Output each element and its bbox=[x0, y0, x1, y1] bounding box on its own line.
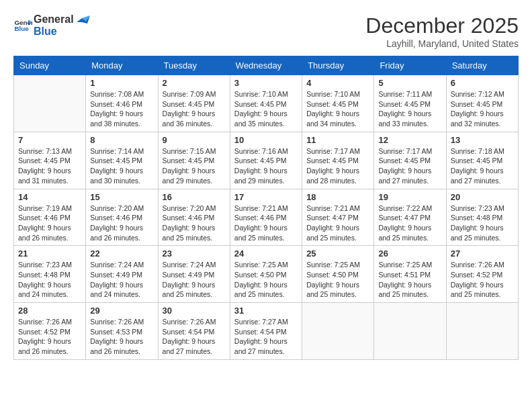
calendar-cell: 26Sunrise: 7:25 AMSunset: 4:51 PMDayligh… bbox=[374, 246, 446, 303]
day-info: Sunrise: 7:17 AMSunset: 4:45 PMDaylight:… bbox=[306, 146, 369, 186]
calendar-cell: 27Sunrise: 7:26 AMSunset: 4:52 PMDayligh… bbox=[446, 246, 518, 303]
calendar-cell: 3Sunrise: 7:10 AMSunset: 4:45 PMDaylight… bbox=[230, 75, 302, 132]
day-info: Sunrise: 7:10 AMSunset: 4:45 PMDaylight:… bbox=[234, 89, 298, 129]
day-info: Sunrise: 7:17 AMSunset: 4:45 PMDaylight:… bbox=[378, 146, 441, 186]
calendar-cell: 17Sunrise: 7:21 AMSunset: 4:46 PMDayligh… bbox=[230, 189, 302, 246]
calendar-cell: 4Sunrise: 7:10 AMSunset: 4:45 PMDaylight… bbox=[302, 75, 374, 132]
calendar-table: SundayMondayTuesdayWednesdayThursdayFrid… bbox=[13, 56, 519, 360]
day-info: Sunrise: 7:24 AMSunset: 4:49 PMDaylight:… bbox=[90, 260, 153, 300]
calendar-week-1: 7Sunrise: 7:13 AMSunset: 4:45 PMDaylight… bbox=[14, 132, 519, 189]
calendar-week-4: 28Sunrise: 7:26 AMSunset: 4:52 PMDayligh… bbox=[14, 303, 519, 360]
day-header-sunday: Sunday bbox=[14, 56, 86, 75]
calendar-cell: 14Sunrise: 7:19 AMSunset: 4:46 PMDayligh… bbox=[14, 189, 86, 246]
day-header-wednesday: Wednesday bbox=[230, 56, 302, 75]
day-number: 27 bbox=[451, 248, 514, 259]
day-info: Sunrise: 7:21 AMSunset: 4:47 PMDaylight:… bbox=[306, 203, 369, 243]
calendar-cell: 7Sunrise: 7:13 AMSunset: 4:45 PMDaylight… bbox=[14, 132, 86, 189]
day-header-monday: Monday bbox=[86, 56, 158, 75]
calendar-cell: 6Sunrise: 7:12 AMSunset: 4:45 PMDaylight… bbox=[446, 75, 518, 132]
calendar-cell: 15Sunrise: 7:20 AMSunset: 4:46 PMDayligh… bbox=[86, 189, 158, 246]
day-info: Sunrise: 7:22 AMSunset: 4:47 PMDaylight:… bbox=[378, 203, 441, 243]
calendar-cell bbox=[446, 303, 518, 360]
calendar-cell: 19Sunrise: 7:22 AMSunset: 4:47 PMDayligh… bbox=[374, 189, 446, 246]
day-number: 25 bbox=[306, 248, 369, 259]
day-info: Sunrise: 7:26 AMSunset: 4:52 PMDaylight:… bbox=[18, 317, 81, 357]
day-number: 17 bbox=[234, 192, 298, 202]
days-header-row: SundayMondayTuesdayWednesdayThursdayFrid… bbox=[14, 56, 519, 75]
calendar-cell: 8Sunrise: 7:14 AMSunset: 4:45 PMDaylight… bbox=[86, 132, 158, 189]
day-number: 20 bbox=[451, 192, 514, 202]
day-number: 7 bbox=[18, 135, 81, 145]
day-number: 15 bbox=[90, 192, 153, 202]
day-number: 4 bbox=[306, 78, 369, 88]
day-info: Sunrise: 7:20 AMSunset: 4:46 PMDaylight:… bbox=[90, 203, 153, 243]
calendar-cell bbox=[374, 303, 446, 360]
day-number: 21 bbox=[18, 248, 81, 259]
day-number: 3 bbox=[234, 78, 298, 88]
day-number: 22 bbox=[90, 248, 153, 259]
day-info: Sunrise: 7:25 AMSunset: 4:50 PMDaylight:… bbox=[306, 260, 369, 300]
calendar-week-3: 21Sunrise: 7:23 AMSunset: 4:48 PMDayligh… bbox=[14, 246, 519, 303]
day-info: Sunrise: 7:25 AMSunset: 4:51 PMDaylight:… bbox=[378, 260, 441, 300]
calendar-cell: 31Sunrise: 7:27 AMSunset: 4:54 PMDayligh… bbox=[230, 303, 302, 360]
day-info: Sunrise: 7:16 AMSunset: 4:45 PMDaylight:… bbox=[234, 146, 298, 186]
logo-line1: General bbox=[34, 13, 74, 26]
day-number: 2 bbox=[163, 78, 226, 88]
day-info: Sunrise: 7:18 AMSunset: 4:45 PMDaylight:… bbox=[451, 146, 514, 186]
calendar-cell: 2Sunrise: 7:09 AMSunset: 4:45 PMDaylight… bbox=[158, 75, 230, 132]
logo: General Blue General Blue bbox=[13, 13, 90, 37]
day-number: 14 bbox=[18, 192, 81, 202]
calendar-cell: 23Sunrise: 7:24 AMSunset: 4:49 PMDayligh… bbox=[158, 246, 230, 303]
title-block: December 2025 Layhill, Maryland, United … bbox=[365, 13, 519, 49]
day-number: 28 bbox=[18, 306, 81, 316]
day-header-friday: Friday bbox=[374, 56, 446, 75]
day-info: Sunrise: 7:26 AMSunset: 4:52 PMDaylight:… bbox=[451, 260, 514, 300]
day-number: 5 bbox=[378, 78, 441, 88]
day-number: 23 bbox=[163, 248, 226, 259]
calendar-cell: 25Sunrise: 7:25 AMSunset: 4:50 PMDayligh… bbox=[302, 246, 374, 303]
calendar-cell: 28Sunrise: 7:26 AMSunset: 4:52 PMDayligh… bbox=[14, 303, 86, 360]
calendar-cell: 20Sunrise: 7:23 AMSunset: 4:48 PMDayligh… bbox=[446, 189, 518, 246]
location: Layhill, Maryland, United States bbox=[365, 38, 519, 49]
day-info: Sunrise: 7:20 AMSunset: 4:46 PMDaylight:… bbox=[163, 203, 226, 243]
calendar-cell: 5Sunrise: 7:11 AMSunset: 4:45 PMDaylight… bbox=[374, 75, 446, 132]
day-header-thursday: Thursday bbox=[302, 56, 374, 75]
day-info: Sunrise: 7:09 AMSunset: 4:45 PMDaylight:… bbox=[163, 89, 226, 129]
day-number: 19 bbox=[378, 192, 441, 202]
day-info: Sunrise: 7:26 AMSunset: 4:54 PMDaylight:… bbox=[163, 317, 226, 357]
calendar-cell: 21Sunrise: 7:23 AMSunset: 4:48 PMDayligh… bbox=[14, 246, 86, 303]
calendar-cell: 16Sunrise: 7:20 AMSunset: 4:46 PMDayligh… bbox=[158, 189, 230, 246]
day-number: 10 bbox=[234, 135, 298, 145]
day-number: 26 bbox=[378, 248, 441, 259]
day-info: Sunrise: 7:12 AMSunset: 4:45 PMDaylight:… bbox=[451, 89, 514, 129]
calendar-cell bbox=[14, 75, 86, 132]
logo-icon: General Blue bbox=[13, 16, 32, 35]
calendar-cell: 24Sunrise: 7:25 AMSunset: 4:50 PMDayligh… bbox=[230, 246, 302, 303]
day-info: Sunrise: 7:27 AMSunset: 4:54 PMDaylight:… bbox=[234, 317, 298, 357]
calendar-cell: 1Sunrise: 7:08 AMSunset: 4:46 PMDaylight… bbox=[86, 75, 158, 132]
day-number: 30 bbox=[163, 306, 226, 316]
calendar-cell: 13Sunrise: 7:18 AMSunset: 4:45 PMDayligh… bbox=[446, 132, 518, 189]
calendar-cell: 18Sunrise: 7:21 AMSunset: 4:47 PMDayligh… bbox=[302, 189, 374, 246]
day-number: 24 bbox=[234, 248, 298, 259]
day-header-saturday: Saturday bbox=[446, 56, 518, 75]
day-info: Sunrise: 7:25 AMSunset: 4:50 PMDaylight:… bbox=[234, 260, 298, 300]
day-info: Sunrise: 7:10 AMSunset: 4:45 PMDaylight:… bbox=[306, 89, 369, 129]
page-header: General Blue General Blue December 2025 … bbox=[13, 13, 519, 49]
calendar-cell: 11Sunrise: 7:17 AMSunset: 4:45 PMDayligh… bbox=[302, 132, 374, 189]
day-number: 12 bbox=[378, 135, 441, 145]
day-info: Sunrise: 7:08 AMSunset: 4:46 PMDaylight:… bbox=[90, 89, 153, 129]
day-number: 1 bbox=[90, 78, 153, 88]
calendar-cell bbox=[302, 303, 374, 360]
day-header-tuesday: Tuesday bbox=[158, 56, 230, 75]
calendar-cell: 29Sunrise: 7:26 AMSunset: 4:53 PMDayligh… bbox=[86, 303, 158, 360]
calendar-week-2: 14Sunrise: 7:19 AMSunset: 4:46 PMDayligh… bbox=[14, 189, 519, 246]
calendar-cell: 22Sunrise: 7:24 AMSunset: 4:49 PMDayligh… bbox=[86, 246, 158, 303]
day-number: 13 bbox=[451, 135, 514, 145]
day-info: Sunrise: 7:15 AMSunset: 4:45 PMDaylight:… bbox=[163, 146, 226, 186]
day-number: 31 bbox=[234, 306, 298, 316]
day-info: Sunrise: 7:26 AMSunset: 4:53 PMDaylight:… bbox=[90, 317, 153, 357]
day-info: Sunrise: 7:23 AMSunset: 4:48 PMDaylight:… bbox=[18, 260, 81, 300]
day-info: Sunrise: 7:19 AMSunset: 4:46 PMDaylight:… bbox=[18, 203, 81, 243]
day-info: Sunrise: 7:21 AMSunset: 4:46 PMDaylight:… bbox=[234, 203, 298, 243]
